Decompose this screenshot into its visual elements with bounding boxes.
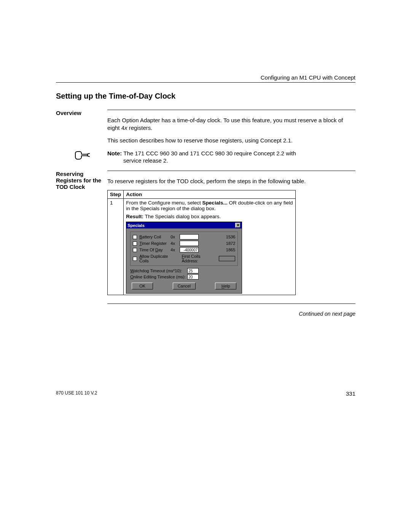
text: registers. bbox=[127, 125, 153, 131]
overview-paragraph-2: This section describes how to reserve th… bbox=[107, 137, 355, 144]
page-title: Setting up the Time-of-Day Clock bbox=[56, 92, 355, 101]
timeslice-input[interactable]: 20 bbox=[187, 274, 199, 280]
ok-button[interactable]: OK bbox=[132, 283, 153, 289]
footer-doc-id: 870 USE 101 10 V.2 bbox=[56, 390, 97, 397]
pointing-hand-icon bbox=[74, 150, 91, 161]
running-header: Configuring an M1 CPU with Concept bbox=[56, 74, 355, 81]
note-text: Note: The 171 CCC 960 30 and 171 CCC 980… bbox=[107, 150, 355, 165]
tod-label: Time Of Day bbox=[139, 248, 170, 252]
text: TOD Clock bbox=[56, 184, 85, 190]
text-bold: Specials... bbox=[202, 200, 228, 206]
watchdog-input[interactable]: 25 bbox=[187, 268, 199, 273]
header-rule bbox=[56, 82, 355, 83]
steps-table: Step Action 1 From the Configure menu, s… bbox=[107, 190, 296, 295]
timer-avail: 1872 bbox=[201, 241, 235, 246]
text: service release 2. bbox=[123, 157, 355, 165]
close-icon[interactable]: ✕ bbox=[235, 223, 241, 228]
text-italic: x bbox=[124, 125, 127, 131]
checkbox-tod[interactable] bbox=[133, 248, 137, 252]
continued-text: Continued on next page bbox=[107, 311, 355, 317]
th-action: Action bbox=[124, 190, 296, 199]
watchdog-label: Watchdog Timeout (ms*10): bbox=[130, 268, 187, 273]
battery-prefix: 0x bbox=[170, 235, 180, 239]
side-label-overview: Overview bbox=[56, 110, 107, 150]
help-button[interactable]: Help bbox=[215, 283, 236, 289]
table-row: 1 From the Configure menu, select Specia… bbox=[108, 199, 296, 295]
first-coils-label: First Coils Address: bbox=[182, 254, 217, 263]
battery-avail: 1536 bbox=[201, 235, 235, 239]
timeslice-label: Online Editing Timeslice (ms): bbox=[130, 275, 187, 279]
timer-label: Timer Register bbox=[139, 241, 170, 246]
step-action: From the Configure menu, select Specials… bbox=[124, 199, 296, 295]
reserving-intro: To reserve registers for the TOD clock, … bbox=[107, 177, 355, 185]
note-prefix: Note: bbox=[107, 150, 122, 157]
cancel-button[interactable]: Cancel bbox=[173, 283, 196, 289]
allow-dup-label: Allow Duplicate Coils bbox=[139, 254, 178, 263]
section-rule bbox=[107, 171, 355, 171]
tod-avail: 1865 bbox=[201, 248, 235, 252]
tod-input[interactable]: -400007 bbox=[180, 247, 199, 252]
tod-prefix: 4x bbox=[170, 248, 180, 252]
text: The Specials dialog box appears. bbox=[143, 214, 221, 219]
specials-dialog: Specials ✕ Battery Coil 0x bbox=[126, 222, 242, 294]
timer-input[interactable] bbox=[180, 241, 199, 246]
timer-prefix: 4x bbox=[170, 241, 180, 246]
section-rule bbox=[107, 304, 355, 304]
registers-group: Battery Coil 0x 1536 Timer Register bbox=[130, 232, 238, 266]
text: The 171 CCC 960 30 and 171 CCC 980 30 re… bbox=[123, 150, 296, 157]
text: Reserving bbox=[56, 171, 84, 177]
dialog-title: Specials bbox=[127, 223, 145, 228]
th-step: Step bbox=[108, 190, 124, 199]
text: Registers for the bbox=[56, 177, 101, 184]
battery-input[interactable] bbox=[180, 234, 199, 240]
battery-label: Battery Coil bbox=[139, 235, 170, 239]
section-rule bbox=[107, 110, 355, 110]
side-label-reserving: Reserving Registers for the TOD Clock bbox=[56, 171, 107, 317]
checkbox-battery[interactable] bbox=[133, 235, 137, 239]
checkbox-dup[interactable] bbox=[133, 257, 137, 261]
checkbox-timer[interactable] bbox=[133, 241, 137, 246]
step-number: 1 bbox=[108, 199, 124, 295]
first-coils-input[interactable] bbox=[219, 256, 235, 261]
overview-paragraph-1: Each Option Adapter has a time-of-day cl… bbox=[107, 117, 355, 131]
text: From the Configure menu, select bbox=[126, 200, 202, 206]
footer-page-number: 331 bbox=[346, 390, 355, 397]
result-prefix: Result: bbox=[126, 214, 143, 219]
